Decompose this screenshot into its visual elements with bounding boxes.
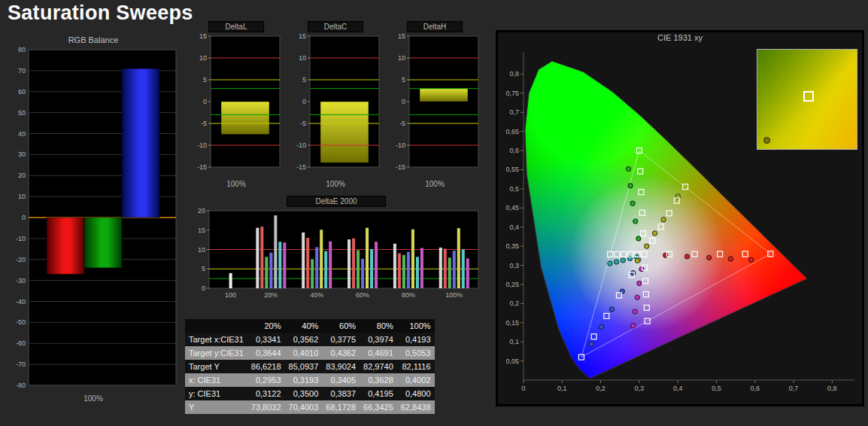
- deltae-bar: [311, 259, 314, 288]
- deltae-bar: [375, 242, 378, 288]
- cie-y-tick-label: 0,35: [505, 242, 519, 250]
- table-row: x: CIE310,29530,31930,34050,36280,4002: [185, 373, 435, 387]
- cie-x-tick-label: 0: [521, 385, 525, 392]
- cie-y-tick-label: 0,8: [509, 70, 519, 78]
- rgb-y-tick-label: -50: [16, 318, 26, 326]
- table-cell: 0,5053: [397, 346, 435, 360]
- deltac-plot: 151050-5-10-15: [287, 32, 384, 180]
- delta-y-tick-label: 10: [199, 54, 207, 62]
- deltae-bar: [466, 258, 469, 288]
- cie-y-tick-label: 0,45: [505, 204, 519, 211]
- magenta-measured-point: [630, 324, 635, 328]
- delta-y-tick-label: -15: [197, 163, 207, 171]
- table-column-header: 80%: [360, 319, 397, 333]
- rgb-y-tick-label: 30: [18, 151, 26, 158]
- measurements-table: 20%40%60%80%100%Target x:CIE310,33410,35…: [185, 319, 435, 414]
- measurements-table-panel: 20%40%60%80%100%Target x:CIE310,33410,35…: [185, 319, 424, 414]
- rgb-y-tick-label: -70: [16, 361, 26, 368]
- table-cell: 70,4003: [285, 400, 323, 414]
- deltac-panel: DeltaC 151050-5-10-15 100%: [287, 21, 384, 188]
- delta-y-tick-label: -15: [396, 163, 405, 171]
- table-cell: 73,8032: [247, 400, 285, 414]
- magenta-measured-point: [637, 281, 642, 285]
- deltae-bar: [315, 247, 318, 288]
- cie-y-tick-label: 0,05: [505, 358, 519, 365]
- red-measured-point: [707, 255, 712, 260]
- delta-y-tick-label: 15: [398, 32, 405, 40]
- deltae-bar: [361, 259, 364, 288]
- table-corner-cell: [185, 319, 247, 333]
- table-row-label: Y: [185, 400, 247, 414]
- rgb-y-tick-label: -20: [16, 256, 26, 263]
- deltae-bar: [306, 238, 309, 288]
- table-cell: 66,3425: [360, 400, 397, 414]
- deltae-bar: [256, 228, 259, 288]
- deltae-bar: [278, 242, 281, 288]
- table-row: Target Y86,621885,093783,902482,974082,1…: [185, 360, 435, 373]
- table-row-label: Target x:CIE31: [185, 333, 247, 346]
- table-cell: 0,3775: [322, 333, 360, 346]
- cie-y-tick-label: 0,75: [505, 90, 519, 97]
- table-cell: 0,3644: [247, 346, 285, 360]
- cie-y-tick-label: 0,4: [509, 224, 519, 231]
- rgb-bar-blue: [122, 68, 159, 218]
- deltae-bar: [357, 251, 360, 288]
- deltae-bar: [329, 242, 332, 288]
- delta-y-tick-label: 10: [299, 54, 306, 62]
- deltae-2000-plot: 0510152010020%40%60%80%100%: [188, 207, 484, 303]
- table-column-header: 60%: [322, 319, 360, 333]
- green-measured-point: [626, 166, 630, 171]
- deltae-bar: [274, 215, 277, 288]
- table-header-row: 20%40%60%80%100%: [185, 319, 435, 333]
- magenta-measured-point: [633, 309, 637, 314]
- rgb-y-tick-label: 60: [18, 88, 26, 96]
- inset-measured-dot: [763, 137, 770, 144]
- cie-y-tick-label: 0,7: [509, 108, 519, 116]
- rgb-balance-title: RGB Balance: [6, 35, 181, 45]
- deltac-bar: [320, 102, 369, 163]
- deltae-bar: [462, 250, 465, 289]
- rgb-y-tick-label: 0: [22, 214, 26, 221]
- deltae-bar: [283, 242, 286, 288]
- table-cell: 0,4010: [285, 346, 323, 360]
- deltae-bar: [302, 233, 305, 288]
- table-cell: 82,1116: [397, 360, 435, 373]
- cie-x-tick-label: 0,3: [635, 385, 645, 392]
- rgb-y-tick-label: 70: [18, 67, 26, 75]
- red-measured-point: [684, 254, 689, 259]
- deltac-x-axis-label: 100%: [287, 180, 384, 188]
- table-cell: 0,4002: [397, 373, 435, 387]
- rgb-balance-panel: RGB Balance 80706050403020100-10-20-30-4…: [6, 35, 181, 403]
- green-measured-point: [636, 236, 641, 241]
- delta-y-tick-label: -10: [197, 141, 207, 149]
- delta-y-tick-label: 0: [203, 98, 207, 105]
- deltae-bar: [411, 230, 414, 288]
- delta-y-tick-label: 15: [299, 32, 306, 40]
- magenta-measured-point: [639, 266, 644, 271]
- yellow-measured-point: [661, 218, 666, 222]
- red-measured-point: [728, 257, 733, 261]
- cie-x-tick-label: 0,2: [596, 385, 605, 392]
- table-cell: 0,2953: [247, 373, 285, 387]
- red-measured-point: [748, 257, 753, 262]
- cie-y-tick-label: 0,65: [505, 128, 519, 135]
- table-cell: 0,3122: [247, 387, 285, 400]
- table-row-label: Target Y: [185, 360, 247, 373]
- deltae-bar: [457, 228, 460, 288]
- table-cell: 0,3341: [247, 333, 285, 346]
- rgb-x-axis-label: 100%: [6, 394, 181, 403]
- deltae-bar: [416, 257, 419, 288]
- table-cell: 0,3500: [285, 387, 323, 400]
- table-cell: 0,3562: [285, 333, 323, 346]
- blue-measured-point: [630, 270, 635, 275]
- deltal-panel: DeltaL 151050-5-10-15 100%: [188, 21, 284, 188]
- green-measured-point: [633, 219, 638, 224]
- delta-y-tick-label: 0: [302, 98, 306, 105]
- table-cell: 0,3405: [322, 373, 360, 387]
- rgb-y-tick-label: 20: [18, 172, 26, 179]
- deltae-y-tick-label: 5: [202, 265, 205, 272]
- rgb-bar-red: [47, 218, 84, 274]
- table-column-header: 40%: [285, 319, 323, 333]
- table-cell: 0,3837: [322, 387, 360, 400]
- deltal-title: DeltaL: [208, 21, 264, 32]
